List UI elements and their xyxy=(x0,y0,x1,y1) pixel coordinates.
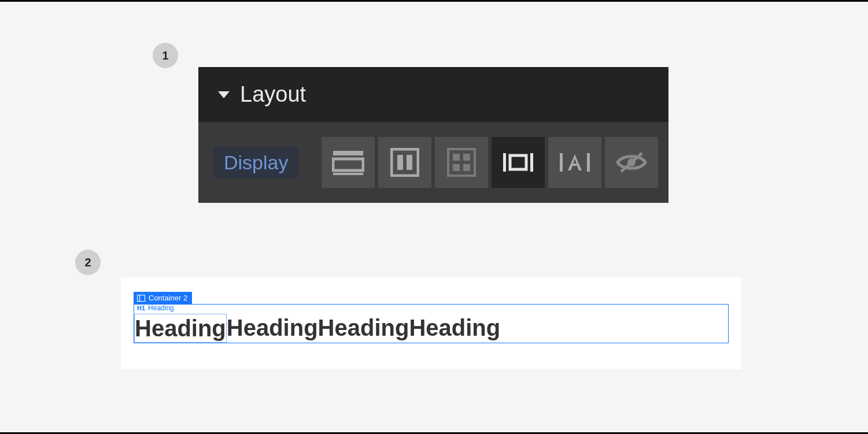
heading-text-1: Heading xyxy=(135,316,226,341)
heading-element-selected[interactable]: H1 Heading Heading xyxy=(134,314,227,343)
heading-tag-label: Heading xyxy=(148,304,174,312)
display-none-button[interactable] xyxy=(605,137,658,188)
container-icon xyxy=(137,295,145,302)
display-inline-button[interactable] xyxy=(548,137,601,188)
display-options-row xyxy=(322,137,658,188)
display-inline-block-icon xyxy=(501,151,535,174)
heading-selection-tag: H1 Heading xyxy=(135,304,176,312)
svg-rect-4 xyxy=(397,155,403,170)
svg-rect-5 xyxy=(407,155,412,170)
svg-rect-3 xyxy=(391,149,418,176)
display-none-icon xyxy=(615,151,648,174)
step-number-2: 2 xyxy=(84,256,91,269)
step-badge-1: 1 xyxy=(153,43,178,68)
caret-down-icon xyxy=(218,91,230,98)
panel-title: Layout xyxy=(240,82,306,107)
heading-element[interactable]: Heading xyxy=(318,314,409,343)
svg-rect-11 xyxy=(503,153,506,172)
canvas-area: Container 2 H1 Heading Heading Heading H… xyxy=(121,277,741,369)
display-grid-icon xyxy=(447,148,476,177)
svg-rect-15 xyxy=(587,153,590,172)
step-number-1: 1 xyxy=(162,49,168,62)
svg-rect-18 xyxy=(138,295,145,301)
display-block-icon xyxy=(332,150,364,175)
heading-text-2: Heading xyxy=(227,315,318,340)
svg-rect-0 xyxy=(333,151,363,155)
svg-rect-12 xyxy=(530,153,533,172)
container-element[interactable]: H1 Heading Heading Heading Heading Headi… xyxy=(134,304,729,343)
heading-text-4: Heading xyxy=(409,315,500,340)
heading-text-3: Heading xyxy=(318,315,409,340)
svg-rect-14 xyxy=(560,153,563,172)
svg-rect-13 xyxy=(510,155,526,169)
layout-panel: Layout Display xyxy=(198,67,668,203)
container-selection-tag[interactable]: Container 2 xyxy=(134,292,192,304)
display-flex-button[interactable] xyxy=(378,137,431,188)
step-badge-2: 2 xyxy=(75,250,101,275)
heading-element[interactable]: Heading xyxy=(409,314,500,343)
svg-rect-1 xyxy=(333,159,363,170)
display-flex-icon xyxy=(390,148,419,177)
svg-rect-6 xyxy=(448,149,475,176)
svg-rect-7 xyxy=(453,154,460,161)
svg-rect-10 xyxy=(463,164,470,171)
display-grid-button[interactable] xyxy=(435,137,488,188)
display-inline-block-button[interactable] xyxy=(492,137,545,188)
svg-rect-2 xyxy=(333,173,363,175)
svg-rect-9 xyxy=(453,164,460,171)
svg-rect-8 xyxy=(463,154,470,161)
layout-panel-header[interactable]: Layout xyxy=(198,67,668,122)
heading-tag-prefix: H1 xyxy=(137,305,145,312)
layout-panel-body: Display xyxy=(198,122,668,203)
container-tag-label: Container 2 xyxy=(149,294,187,302)
display-inline-icon xyxy=(557,151,592,174)
display-block-button[interactable] xyxy=(322,137,375,188)
heading-element[interactable]: Heading xyxy=(227,314,318,343)
display-property-label[interactable]: Display xyxy=(213,147,298,179)
heading-row: H1 Heading Heading Heading Heading Headi… xyxy=(134,314,728,343)
